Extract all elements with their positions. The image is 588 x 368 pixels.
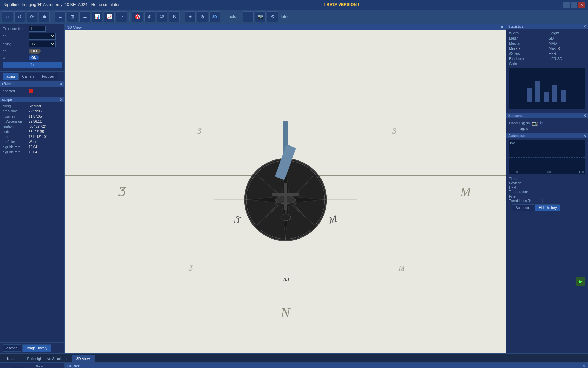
tb-plus[interactable]: ⊕ bbox=[144, 11, 155, 22]
hfr-history-tab[interactable]: HFR history bbox=[535, 204, 560, 211]
tb-cross[interactable]: ⊗ bbox=[197, 11, 208, 22]
color-wheel-title: r Wheel bbox=[2, 82, 14, 86]
exposure-input[interactable] bbox=[29, 26, 46, 32]
tb-sync[interactable]: ⟳ bbox=[27, 11, 37, 22]
view-3d-canvas[interactable]: N ↑ M Ʒ Ʒ Ʒ bbox=[65, 30, 506, 353]
tracking-row: cking Sidereal bbox=[3, 104, 62, 108]
bottom-layout: N W Stop E S Rate ▼ Park 0 h bbox=[0, 363, 588, 368]
exposure-section: Exposure time s er LRGB nning 1x12x23x3 … bbox=[0, 24, 64, 72]
compass-nw: Ʒ bbox=[392, 127, 395, 135]
stats-close[interactable]: ✕ bbox=[583, 25, 586, 28]
color-wheel-section: r Wheel ✕ nnected bbox=[0, 81, 64, 97]
exposure-label: Exposure time bbox=[3, 27, 27, 31]
rate-label: Rate bbox=[36, 365, 48, 368]
af-trend-row: Trend Lines R² | bbox=[509, 199, 585, 203]
slew-n[interactable]: N bbox=[13, 367, 23, 368]
sep3 bbox=[182, 12, 182, 21]
tab-image-history[interactable]: Image History bbox=[22, 344, 51, 352]
telescope-close[interactable]: ✕ bbox=[60, 98, 62, 102]
tb-wave[interactable]: 〰 bbox=[116, 11, 127, 22]
tab-3d-view[interactable]: 3D View bbox=[72, 355, 95, 362]
telescope-title: scope bbox=[2, 98, 12, 102]
sequence-close[interactable]: ✕ bbox=[583, 114, 586, 118]
tb-num1[interactable]: 10 bbox=[157, 11, 167, 22]
tb-refresh[interactable]: ↺ bbox=[14, 11, 25, 22]
af-hfr-label: HFR bbox=[509, 186, 540, 189]
tab-telescope[interactable]: escope bbox=[3, 344, 21, 352]
tb-record[interactable]: ⏺ bbox=[39, 11, 50, 22]
tab-camera[interactable]: Camera bbox=[18, 73, 38, 80]
tab-pixinsight[interactable]: PixInsight Live Stacking bbox=[23, 355, 71, 362]
view-3d-header: 3D View ✕ bbox=[65, 24, 506, 30]
tb-num2[interactable]: 10 bbox=[169, 11, 180, 22]
close-btn[interactable]: ✕ bbox=[578, 2, 585, 8]
slew-rate-container: N W Stop E S Rate ▼ bbox=[3, 365, 62, 368]
azimuth-label: muth bbox=[3, 135, 27, 139]
tools-label: Tools bbox=[225, 14, 238, 19]
af-time-row: Time bbox=[509, 177, 585, 181]
stats-grid: Width Height Mean SD Median MAD Min (x) … bbox=[509, 31, 585, 66]
autofocus-close[interactable]: ✕ bbox=[583, 134, 586, 138]
median-label: Median bbox=[509, 41, 546, 45]
tb-chart-bar[interactable]: 📊 bbox=[92, 11, 102, 22]
af-x-mid: 50 bbox=[547, 170, 551, 174]
tab-image[interactable]: Image bbox=[3, 355, 22, 362]
loop-row: op OFF bbox=[3, 49, 62, 54]
tb-star[interactable]: ✦ bbox=[185, 11, 196, 22]
tb-cloud[interactable]: ☁ bbox=[79, 11, 90, 22]
altitude-row: itude 53° 28' 35" bbox=[3, 130, 62, 134]
svg-rect-27 bbox=[544, 92, 549, 102]
af-time-label: Time bbox=[509, 177, 540, 181]
center-view: 3D View ✕ bbox=[65, 24, 506, 353]
autofocus-graph: 100 0 0 50 100 bbox=[509, 140, 585, 174]
color-wheel-header: r Wheel ✕ bbox=[0, 81, 64, 87]
af-midline bbox=[509, 157, 585, 158]
tb-menu[interactable]: ≡ bbox=[55, 11, 66, 22]
win-controls: ─ □ ✕ bbox=[564, 2, 585, 8]
dec-guide-value: 15.041 bbox=[29, 150, 39, 154]
tb-3d[interactable]: 3D bbox=[209, 11, 220, 22]
exposure-unit: s bbox=[48, 27, 49, 31]
compass-svg: N ↑ M Ʒ Ʒ Ʒ bbox=[214, 118, 357, 281]
live-toggle[interactable]: ON bbox=[29, 55, 39, 60]
stats-chart bbox=[509, 68, 585, 109]
tracking-label: cking bbox=[3, 104, 27, 108]
max-row: Max (x) bbox=[549, 46, 585, 50]
view-3d-close[interactable]: ✕ bbox=[500, 25, 503, 29]
sequence-section: Sequence ✕ Global Triggers 📷 ↻ Targets bbox=[506, 113, 588, 133]
loop-toggle[interactable]: OFF bbox=[29, 49, 41, 54]
tb-home[interactable]: ⌂ bbox=[2, 11, 13, 22]
toolbar: ⌂ ↺ ⟳ ⏺ ≡ ⊞ ☁ 📊 📈 〰 🎯 ⊕ 10 10 ✦ ⊗ 3D Too… bbox=[0, 10, 588, 24]
play-button[interactable]: ▶ bbox=[576, 277, 585, 286]
altitude-label: itude bbox=[3, 130, 27, 134]
color-wheel-close[interactable]: ✕ bbox=[60, 82, 62, 86]
compass-se: Ʒ bbox=[188, 264, 192, 272]
sequence-controls: ▶ bbox=[576, 277, 585, 286]
tab-imaging[interactable]: aging bbox=[3, 73, 18, 80]
tb-camera[interactable]: 📷 bbox=[255, 11, 266, 22]
autofocus-tab[interactable]: Autofocus bbox=[512, 204, 534, 211]
tb-grid[interactable]: ⊞ bbox=[67, 11, 78, 22]
sep2 bbox=[129, 12, 130, 21]
tb-add[interactable]: + bbox=[243, 11, 254, 22]
tab-focuser[interactable]: Focuser bbox=[38, 73, 58, 80]
stars-label: #Stars bbox=[509, 51, 546, 56]
tb-target[interactable]: 🎯 bbox=[132, 11, 143, 22]
tb-chart-line[interactable]: 📈 bbox=[104, 11, 115, 22]
meridian-value: 11:57:05 bbox=[29, 114, 42, 118]
filter-select[interactable]: LRGB bbox=[29, 33, 56, 40]
app-title: Nighttime Imaging 'N' Astronomy 2.0 BETA… bbox=[3, 2, 120, 7]
imaging-tabs: aging Camera Focuser bbox=[0, 72, 64, 81]
tb-settings[interactable]: ⚙ bbox=[267, 11, 278, 22]
binning-select[interactable]: 1x12x23x3 bbox=[29, 41, 56, 47]
progress-icon: ↻ bbox=[30, 62, 34, 68]
minimize-btn[interactable]: ─ bbox=[564, 2, 570, 8]
guider-close[interactable]: ✕ bbox=[582, 364, 585, 368]
slew-empty-nw bbox=[3, 367, 12, 368]
hfr-label: HFR bbox=[549, 51, 585, 56]
compass-n-label: N bbox=[282, 275, 290, 281]
svg-rect-26 bbox=[535, 81, 540, 102]
guider-area: Guider ✕ State: RA: 0.00 (0.00") Dec: 0.… bbox=[65, 363, 588, 368]
af-y-mid: 0 bbox=[510, 170, 511, 174]
maximize-btn[interactable]: □ bbox=[571, 2, 577, 8]
